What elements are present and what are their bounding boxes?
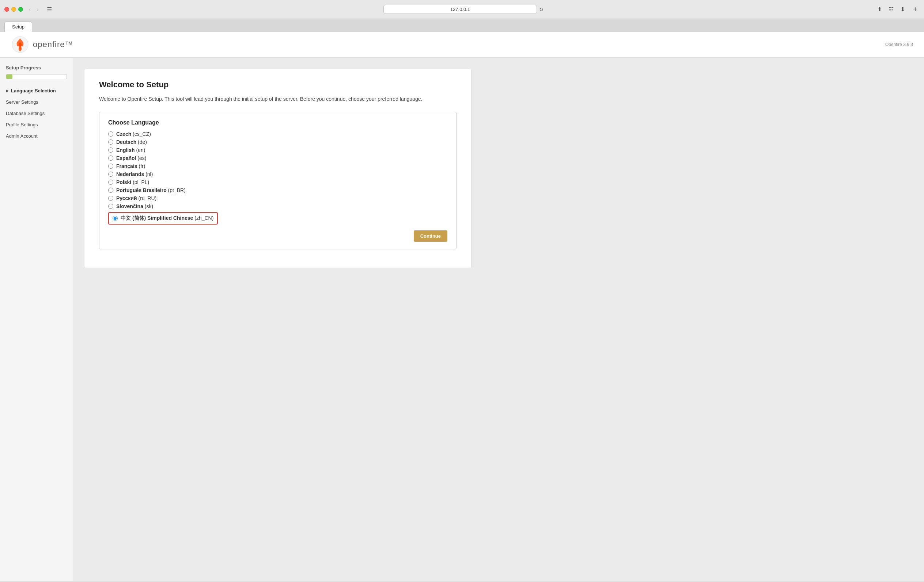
language-selected-highlight[interactable]: 中文 (简体) Simplified Chinese (zh_CN) bbox=[108, 212, 218, 225]
language-radio-fr[interactable] bbox=[108, 164, 113, 169]
language-label-fr: Français (fr) bbox=[116, 163, 145, 169]
progress-bar-container bbox=[0, 74, 73, 85]
address-bar[interactable]: 127.0.0.1 bbox=[383, 5, 537, 14]
language-label-ptbr: Português Brasileiro (pt_BR) bbox=[116, 187, 186, 193]
address-bar-container: 127.0.0.1 ↻ bbox=[58, 5, 872, 14]
address-text: 127.0.0.1 bbox=[450, 7, 470, 12]
list-item[interactable]: Czech (cs_CZ) bbox=[108, 131, 447, 137]
close-button[interactable] bbox=[4, 7, 9, 12]
language-label-nl: Nederlands (nl) bbox=[116, 171, 153, 177]
forward-button[interactable]: › bbox=[35, 5, 41, 13]
language-label-pl: Polski (pl_PL) bbox=[116, 179, 149, 185]
browser-chrome: ‹ › ☰ 127.0.0.1 ↻ ⬆ ☷ ⬇ + bbox=[0, 0, 924, 19]
language-radio-nl[interactable] bbox=[108, 172, 113, 177]
openfire-logo-icon bbox=[11, 35, 29, 54]
language-label-sk: Slovenčina (sk) bbox=[116, 203, 153, 209]
language-label-zhcn: 中文 (简体) Simplified Chinese (zh_CN) bbox=[120, 215, 213, 222]
sidebar-item-profile[interactable]: Profile Settings bbox=[0, 119, 73, 130]
app-header: openfire™ Openfire 3.9.3 bbox=[0, 32, 924, 58]
sidebar-item-language[interactable]: Language Selection bbox=[0, 85, 73, 96]
sidebar-item-profile-label: Profile Settings bbox=[6, 122, 38, 127]
language-list: Czech (cs_CZ) Deutsch (de) English (en) bbox=[108, 131, 447, 225]
traffic-lights bbox=[4, 7, 23, 12]
logo-container: openfire™ bbox=[11, 35, 73, 54]
sidebar: Setup Progress Language Selection Server… bbox=[0, 58, 73, 581]
sidebar-toggle-button[interactable]: ☰ bbox=[45, 5, 54, 13]
sidebar-item-server[interactable]: Server Settings bbox=[0, 96, 73, 108]
language-radio-ptbr[interactable] bbox=[108, 187, 113, 193]
logo-text: openfire™ bbox=[33, 40, 73, 49]
progress-bar-fill bbox=[6, 74, 12, 79]
language-label-cs: Czech (cs_CZ) bbox=[116, 131, 151, 137]
nav-buttons: ‹ › bbox=[27, 5, 41, 13]
list-item[interactable]: English (en) bbox=[108, 147, 447, 153]
language-radio-ru[interactable] bbox=[108, 196, 113, 201]
language-label-de: Deutsch (de) bbox=[116, 139, 147, 145]
minimize-button[interactable] bbox=[12, 7, 16, 12]
list-item[interactable]: Русский (ru_RU) bbox=[108, 195, 447, 201]
refresh-button[interactable]: ↻ bbox=[537, 5, 546, 14]
setup-tab[interactable]: Setup bbox=[4, 21, 32, 32]
language-label-en: English (en) bbox=[116, 147, 145, 153]
language-radio-es[interactable] bbox=[108, 156, 113, 161]
choose-language-title: Choose Language bbox=[108, 119, 447, 126]
language-label-ru: Русский (ru_RU) bbox=[116, 195, 157, 201]
list-item[interactable]: Polski (pl_PL) bbox=[108, 179, 447, 185]
language-box: Choose Language Czech (cs_CZ) Deutsch (d… bbox=[99, 112, 457, 249]
share-button[interactable]: ⬆ bbox=[875, 5, 884, 13]
sidebar-item-server-label: Server Settings bbox=[6, 99, 38, 105]
sidebar-item-admin-label: Admin Account bbox=[6, 133, 38, 139]
maximize-button[interactable] bbox=[18, 7, 23, 12]
browser-actions: ⬆ ☷ ⬇ bbox=[875, 5, 907, 13]
progress-bar-bg bbox=[6, 74, 67, 79]
language-radio-en[interactable] bbox=[108, 148, 113, 153]
page-title: Welcome to Setup bbox=[99, 80, 457, 89]
sidebar-title: Setup Progress bbox=[0, 65, 73, 74]
back-button[interactable]: ‹ bbox=[27, 5, 33, 13]
list-item[interactable]: Slovenčina (sk) bbox=[108, 203, 447, 209]
content-card: Welcome to Setup Welcome to Openfire Set… bbox=[84, 69, 472, 268]
continue-btn-container: Continue bbox=[108, 230, 447, 242]
reading-view-button[interactable]: ☷ bbox=[886, 5, 896, 13]
sidebar-item-language-label: Language Selection bbox=[11, 88, 56, 94]
content-area: Welcome to Setup Welcome to Openfire Set… bbox=[73, 58, 924, 581]
list-item[interactable]: Español (es) bbox=[108, 155, 447, 161]
language-radio-cs[interactable] bbox=[108, 132, 113, 136]
page-description: Welcome to Openfire Setup. This tool wil… bbox=[99, 95, 457, 103]
version-text: Openfire 3.9.3 bbox=[885, 42, 913, 47]
download-button[interactable]: ⬇ bbox=[898, 5, 907, 13]
new-tab-button[interactable]: + bbox=[911, 4, 920, 14]
sidebar-item-admin[interactable]: Admin Account bbox=[0, 130, 73, 142]
list-item[interactable]: 中文 (简体) Simplified Chinese (zh_CN) bbox=[108, 211, 447, 225]
sidebar-item-database[interactable]: Database Settings bbox=[0, 108, 73, 119]
language-radio-pl[interactable] bbox=[108, 180, 113, 185]
language-label-es: Español (es) bbox=[116, 155, 146, 161]
list-item[interactable]: Deutsch (de) bbox=[108, 139, 447, 145]
list-item[interactable]: Nederlands (nl) bbox=[108, 171, 447, 177]
language-radio-zhcn[interactable] bbox=[112, 216, 118, 221]
list-item[interactable]: Português Brasileiro (pt_BR) bbox=[108, 187, 447, 193]
tab-bar: Setup bbox=[0, 19, 924, 32]
continue-button[interactable]: Continue bbox=[414, 230, 447, 242]
language-radio-sk[interactable] bbox=[108, 204, 113, 209]
main-layout: Setup Progress Language Selection Server… bbox=[0, 58, 924, 581]
sidebar-item-database-label: Database Settings bbox=[6, 111, 45, 116]
list-item[interactable]: Français (fr) bbox=[108, 163, 447, 169]
language-radio-de[interactable] bbox=[108, 140, 113, 145]
